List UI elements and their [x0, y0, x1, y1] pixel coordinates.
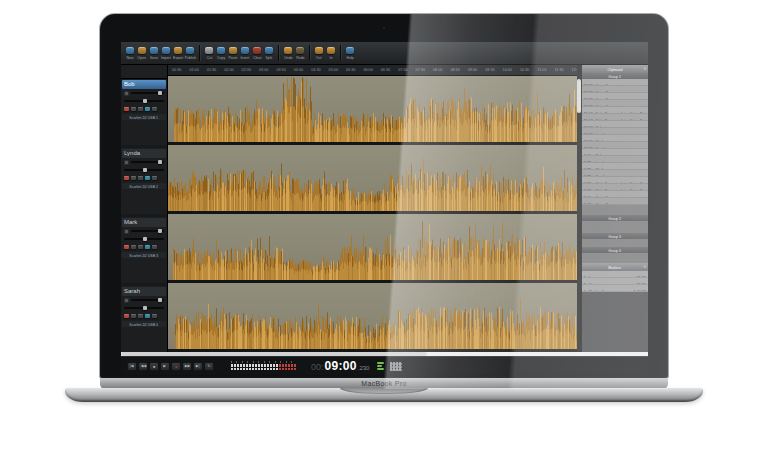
clipboard-list-item[interactable]: 17:30Voice 2 — [582, 86, 648, 93]
track-lane-bob[interactable] — [168, 76, 577, 142]
track-name-lynda[interactable]: Lynda — [122, 149, 166, 158]
fx-button[interactable] — [152, 176, 157, 180]
clipboard-list-item[interactable]: 17:30Mark — [582, 135, 648, 142]
skip-to-end-button[interactable]: ▶| — [193, 362, 203, 371]
track-lane-sarah[interactable] — [168, 283, 577, 349]
toolbar-out-button[interactable]: Out — [313, 43, 325, 63]
play-button[interactable]: ▶ — [160, 362, 170, 371]
track-waveform-bob[interactable] — [168, 76, 577, 142]
clipboard-list-item[interactable]: 3:38Lynda — [582, 156, 648, 163]
fx-button[interactable] — [152, 107, 157, 111]
mute-button[interactable] — [131, 107, 136, 111]
pan-slider-thumb[interactable] — [143, 237, 147, 241]
clipboard-list-item[interactable]: 3:18Kittie Freeman Intro Outro Daria — [582, 177, 648, 184]
track-name-bob[interactable]: Bob — [122, 80, 166, 89]
audio-device-selector[interactable]: Scarlett 2i2 USB 4 — [122, 321, 166, 327]
marker-row[interactable]: 4Marker 41:40:27 — [582, 285, 648, 292]
rewind-button[interactable]: ◀◀ — [138, 362, 148, 371]
clipboard-list-item[interactable]: 4:00Bob — [582, 149, 648, 156]
track-waveform-mark[interactable] — [168, 214, 577, 280]
toolbar-publish-button[interactable]: Publish — [184, 43, 196, 63]
solo-button[interactable] — [138, 107, 143, 111]
monitor-button[interactable] — [145, 245, 150, 249]
audio-device-selector[interactable]: Scarlett 2i2 USB 1 — [122, 114, 166, 120]
marker-row[interactable]: 1In25:27 — [582, 271, 648, 278]
pan-slider-thumb[interactable] — [143, 306, 147, 310]
toolbar-redo-button[interactable]: Redo — [294, 43, 306, 63]
toolbar-copy-button[interactable]: Copy — [215, 43, 227, 63]
pan-slider[interactable] — [124, 100, 164, 102]
volume-slider-thumb[interactable] — [158, 160, 162, 164]
pan-slider-thumb[interactable] — [143, 168, 147, 172]
marker-row[interactable]: 2Out26:20 — [582, 278, 648, 285]
toolbar-save-button[interactable]: Save — [148, 43, 160, 63]
toolbar-in-button[interactable]: In — [325, 43, 337, 63]
toolbar-paste-button[interactable]: Paste — [227, 43, 239, 63]
input-select-box[interactable] — [124, 298, 129, 303]
toolbar-clear-button[interactable]: Clear — [251, 43, 263, 63]
monitor-button[interactable] — [145, 107, 150, 111]
pan-slider[interactable] — [124, 169, 164, 171]
markers-panel-header[interactable]: Markers ✕ — [582, 263, 648, 271]
record-arm-button[interactable] — [124, 176, 129, 180]
track-lane-mark[interactable] — [168, 214, 577, 280]
clipboard-list-item[interactable]: 16:00Kittie Freeman Intro Outro Daria — [582, 114, 648, 121]
solo-button[interactable] — [138, 176, 143, 180]
mute-button[interactable] — [131, 245, 136, 249]
mute-button[interactable] — [131, 314, 136, 318]
monitor-button[interactable] — [145, 314, 150, 318]
vertical-scrollbar-thumb[interactable] — [577, 79, 581, 113]
pan-slider[interactable] — [124, 307, 164, 309]
clipboard-list-item[interactable]: 3:38Mark — [582, 163, 648, 170]
solo-button[interactable] — [138, 245, 143, 249]
toolbar-import-button[interactable]: Import — [160, 43, 172, 63]
clipboard-list-item[interactable]: 8:08Voice 2 — [582, 198, 648, 205]
audio-device-selector[interactable]: Scarlett 2i2 USB 2 — [122, 183, 166, 189]
toolbar-undo-button[interactable]: Undo — [282, 43, 294, 63]
clipboard-list-item[interactable]: 3:38Sarah — [582, 170, 648, 177]
horizontal-scrollbar-thumb[interactable] — [121, 352, 427, 356]
input-select-box[interactable] — [124, 160, 129, 165]
volume-slider[interactable] — [131, 299, 164, 301]
mixer-grid-icon[interactable] — [390, 362, 402, 371]
fast-forward-button[interactable]: ▶▶ — [182, 362, 192, 371]
input-select-box[interactable] — [124, 91, 129, 96]
close-icon[interactable]: ✕ — [643, 67, 646, 70]
volume-slider-thumb[interactable] — [158, 229, 162, 233]
toolbar-split-button[interactable]: Split — [263, 43, 275, 63]
volume-slider[interactable] — [131, 161, 164, 163]
horizontal-scrollbar[interactable] — [121, 352, 648, 356]
monitor-button[interactable] — [145, 176, 150, 180]
toolbar-help-button[interactable]: Help — [344, 43, 356, 63]
pan-slider[interactable] — [124, 238, 164, 240]
audio-device-selector[interactable]: Scarlett 2i2 USB 3 — [122, 252, 166, 258]
record-arm-button[interactable] — [124, 107, 129, 111]
record-button[interactable]: ● — [171, 362, 181, 371]
volume-slider[interactable] — [131, 92, 164, 94]
clipboard-list-item[interactable]: 17:30Voice 4 — [582, 100, 648, 107]
skip-to-start-button[interactable]: |◀ — [127, 362, 137, 371]
track-waveform-sarah[interactable] — [168, 283, 577, 349]
input-select-box[interactable] — [124, 229, 129, 234]
toolbar-new-button[interactable]: New — [124, 43, 136, 63]
track-waveform-lynda[interactable] — [168, 145, 577, 211]
toolbar-export-button[interactable]: Export — [172, 43, 184, 63]
clipboard-panel-header[interactable]: Clipboard ✕ — [582, 65, 648, 73]
toolbar-open-button[interactable]: Open — [136, 43, 148, 63]
clipboard-list-item[interactable]: 17:30Voice 3 — [582, 93, 648, 100]
volume-slider[interactable] — [131, 230, 164, 232]
volume-slider-thumb[interactable] — [158, 91, 162, 95]
track-lane-lynda[interactable] — [168, 145, 577, 211]
solo-button[interactable] — [138, 314, 143, 318]
record-arm-button[interactable] — [124, 245, 129, 249]
stop-button[interactable]: ■ — [149, 362, 159, 371]
loop-button[interactable]: ↻ — [204, 362, 214, 371]
clipboard-list-item[interactable]: 15:00Katie Freeman Intro Outro Nat — [582, 107, 648, 114]
fx-button[interactable] — [152, 314, 157, 318]
pan-slider-thumb[interactable] — [143, 99, 147, 103]
piano-roll-icon[interactable] — [377, 362, 384, 370]
clipboard-list-item[interactable]: 3:52Kittie Freeman Intro Outro Daria — [582, 184, 648, 191]
toolbar-cut-button[interactable]: Cut — [203, 43, 215, 63]
volume-slider-thumb[interactable] — [158, 298, 162, 302]
clipboard-list-item[interactable]: 8:04Voice 1 — [582, 191, 648, 198]
